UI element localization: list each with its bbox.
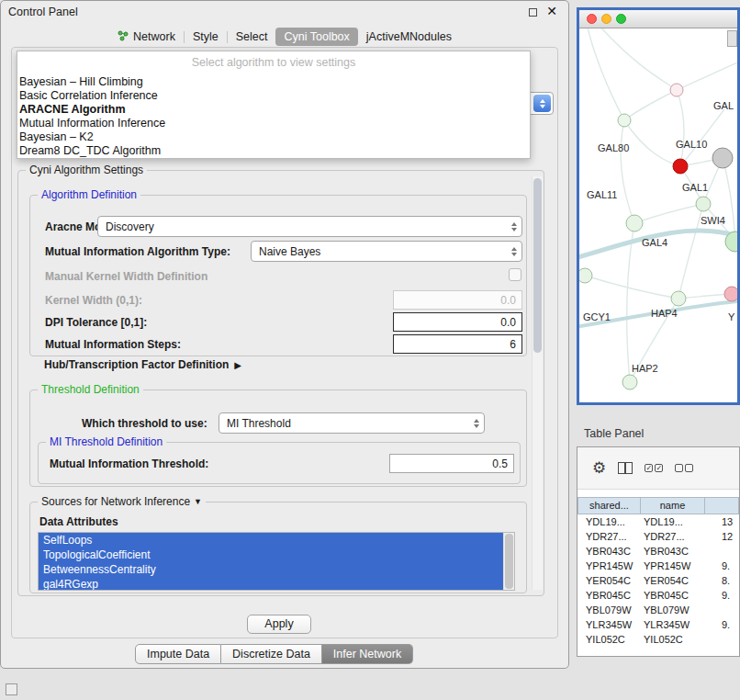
cell-value — [705, 632, 739, 647]
list-item-attribute[interactable]: gal4RGexp — [39, 577, 503, 591]
collapsed-panel-icon[interactable] — [6, 683, 17, 695]
network-canvas[interactable]: GAL GAL80 GAL10 GAL11 GAL1 SWI4 GAL4 GCY… — [579, 28, 737, 402]
list-scrollbar[interactable] — [503, 533, 514, 590]
gear-icon[interactable]: ⚙ — [592, 460, 606, 476]
mi-algorithm-type-combobox[interactable]: Naive Bayes — [251, 241, 522, 262]
aracne-mode-combobox[interactable]: Discovery — [97, 216, 522, 237]
expand-down-icon: ▼ — [194, 497, 202, 506]
table-body: YDL19... YDL19... 13 YDR27... YDR27... 1… — [577, 514, 739, 647]
tab-cyni-toolbox[interactable]: Cyni Toolbox — [275, 28, 357, 46]
network-node[interactable] — [671, 291, 686, 306]
table-row[interactable]: YDL19... YDL19... 13 — [577, 514, 739, 529]
kernel-width-field[interactable]: 0.0 — [393, 290, 522, 310]
cell-shared-name: YER054C — [577, 573, 641, 588]
tab-impute-data[interactable]: Impute Data — [135, 644, 221, 664]
cell-value: 9. — [705, 588, 739, 603]
scrollbar-thumb[interactable] — [533, 178, 542, 353]
combobox-value: MI Threshold — [227, 417, 291, 430]
sources-expander[interactable]: Sources for Network Inference▼ — [38, 495, 206, 508]
tab-select[interactable]: Select — [228, 28, 276, 46]
cell-name: YBR043C — [641, 544, 705, 559]
cell-shared-name: YIL052C — [577, 632, 641, 647]
tab-style[interactable]: Style — [185, 28, 227, 46]
table-row[interactable]: YDR27... YDR27... 12 — [577, 529, 739, 544]
network-view-window: GAL GAL80 GAL10 GAL11 GAL1 SWI4 GAL4 GCY… — [577, 7, 740, 405]
table-row[interactable]: YBL079W YBL079W — [577, 603, 739, 617]
tab-discretize-data[interactable]: Discretize Data — [221, 644, 322, 664]
scrollbar-thumb[interactable] — [505, 534, 513, 589]
column-selector-icon[interactable] — [618, 462, 633, 474]
network-node[interactable] — [579, 268, 592, 283]
table-row[interactable]: YPR145W YPR145W 9. — [577, 559, 739, 573]
tab-infer-network[interactable]: Infer Network — [322, 644, 413, 664]
column-header-name[interactable]: name — [641, 497, 705, 514]
network-node-gray[interactable] — [712, 148, 733, 168]
cell-value: 9. — [705, 559, 739, 573]
column-header-partial[interactable] — [705, 497, 739, 514]
tab-label: Select — [236, 30, 268, 43]
unchecked-box-icon — [675, 464, 683, 472]
network-node[interactable] — [670, 84, 683, 96]
node-label: GAL4 — [642, 237, 667, 248]
close-icon[interactable]: ✕ — [546, 4, 557, 18]
mi-threshold-field[interactable]: 0.5 — [389, 454, 514, 473]
mi-steps-field[interactable]: 6 — [393, 334, 522, 354]
option-mutual-information[interactable]: Mutual Information Inference — [17, 117, 530, 130]
hub-definition-expander[interactable]: Hub/Transcription Factor Definition▶ — [44, 358, 241, 371]
deselect-all-icon[interactable] — [675, 464, 693, 472]
table-row[interactable]: YLR345W YLR345W 9. — [577, 617, 739, 632]
which-threshold-label: Which threshold to use: — [82, 417, 207, 430]
select-all-icon[interactable]: ✓✓ — [645, 464, 663, 472]
cell-value: 8. — [705, 573, 739, 588]
table-row[interactable]: YIL052C YIL052C — [577, 632, 739, 647]
option-dream8[interactable]: Dream8 DC_TDC Algorithm — [17, 144, 530, 158]
manual-kernel-width-checkbox[interactable] — [509, 268, 521, 281]
list-item-attribute[interactable]: SelfLoops — [39, 533, 503, 548]
table-row[interactable]: YER054C YER054C 8. — [577, 573, 739, 588]
option-basic-correlation[interactable]: Basic Correlation Inference — [17, 89, 530, 103]
table-row[interactable]: YBR045C YBR045C 9. — [577, 588, 739, 603]
cell-shared-name: YLR345W — [577, 617, 641, 632]
checked-box-icon: ✓ — [645, 464, 653, 472]
option-bayesian-hill-climbing[interactable]: Bayesian – Hill Climbing — [17, 75, 530, 89]
cell-name: YPR145W — [641, 559, 705, 573]
float-window-icon[interactable] — [529, 8, 537, 17]
network-scrollbar-widget[interactable] — [727, 30, 737, 47]
dpi-tolerance-label: DPI Tolerance [0,1]: — [45, 316, 147, 329]
network-graph: GAL GAL80 GAL10 GAL11 GAL1 SWI4 GAL4 GCY… — [579, 28, 737, 402]
close-traffic-light[interactable] — [587, 14, 597, 24]
group-title: Algorithm Definition — [38, 188, 140, 201]
table-row[interactable]: YBR043C YBR043C — [577, 544, 739, 559]
zoom-traffic-light[interactable] — [616, 14, 626, 24]
network-node[interactable] — [622, 375, 637, 390]
table-panel-title: Table Panel — [584, 427, 644, 440]
column-header-shared[interactable]: shared... — [577, 497, 641, 514]
tab-network[interactable]: Network — [109, 28, 184, 47]
cell-shared-name: YDR27... — [577, 529, 641, 544]
option-bayesian-k2[interactable]: Bayesian – K2 — [17, 130, 530, 144]
network-node[interactable] — [618, 114, 631, 127]
dpi-tolerance-field[interactable]: 0.0 — [393, 312, 522, 332]
settings-scrollbar[interactable] — [532, 176, 543, 590]
minimize-traffic-light[interactable] — [601, 14, 611, 24]
tab-label: Cyni Toolbox — [284, 30, 349, 43]
cell-name: YDL19... — [641, 514, 705, 529]
option-aracne[interactable]: ARACNE Algorithm — [17, 103, 530, 117]
data-attributes-label: Data Attributes — [39, 515, 118, 528]
network-node-red[interactable] — [673, 159, 688, 174]
cell-value: 13 — [705, 514, 739, 529]
cell-shared-name: YBR043C — [577, 544, 641, 559]
list-item-attribute[interactable]: TopologicalCoefficient — [39, 548, 503, 562]
expand-right-icon: ▶ — [234, 360, 241, 370]
network-node[interactable] — [696, 197, 711, 211]
network-node-pink[interactable] — [724, 287, 737, 301]
list-item-attribute[interactable]: BetweennessCentrality — [39, 562, 503, 577]
apply-button[interactable]: Apply — [247, 615, 311, 634]
tab-label: Network — [133, 30, 175, 43]
tab-jactivemnodules[interactable]: jActiveMNodules — [358, 28, 460, 46]
combobox-arrows-icon — [511, 247, 517, 256]
cell-name: YER054C — [641, 573, 705, 588]
network-node[interactable] — [626, 215, 643, 231]
which-threshold-combobox[interactable]: MI Threshold — [219, 412, 485, 434]
node-label: GAL80 — [598, 142, 629, 153]
